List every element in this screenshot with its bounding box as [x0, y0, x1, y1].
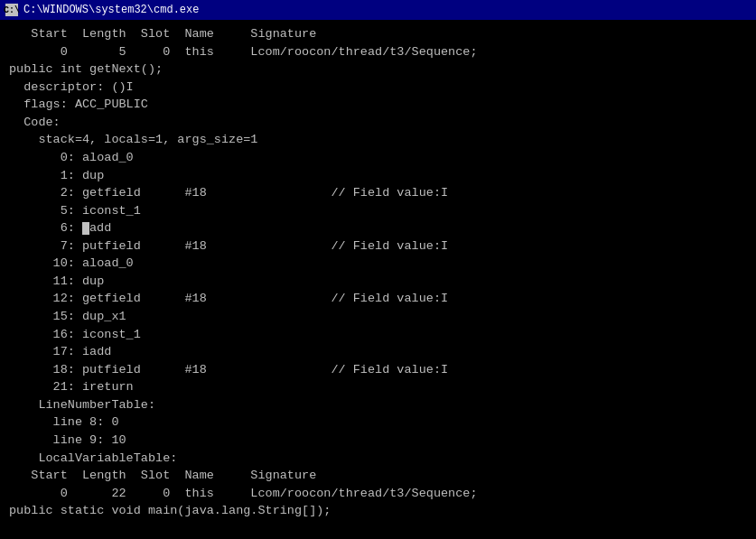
terminal-line: 15: dup_x1 — [9, 308, 747, 326]
terminal-line: flags: ACC_PUBLIC — [9, 96, 747, 114]
terminal-line: 17: iadd — [9, 343, 747, 361]
terminal-line: Start Length Slot Name Signature — [9, 25, 747, 43]
terminal-line: 0 5 0 this Lcom/roocon/thread/t3/Sequenc… — [9, 43, 747, 61]
terminal-line: stack=4, locals=1, args_size=1 — [9, 131, 747, 149]
terminal-line: 11: dup — [9, 273, 747, 291]
terminal-line: 10: aload_0 — [9, 255, 747, 273]
terminal-line: 0: aload_0 — [9, 149, 747, 167]
terminal-line: public static void main(java.lang.String… — [9, 502, 747, 520]
terminal-line: 5: iconst_1 — [9, 202, 747, 220]
title-bar-text: C:\WINDOWS\system32\cmd.exe — [23, 4, 199, 16]
terminal-line: line 9: 10 — [9, 432, 747, 450]
terminal-line: LineNumberTable: — [9, 396, 747, 414]
cmd-icon: C:\ — [5, 4, 18, 16]
cursor — [82, 222, 89, 235]
terminal-line: 12: getfield #18 // Field value:I — [9, 290, 747, 308]
terminal-line: LocalVariableTable: — [9, 450, 747, 468]
terminal-line: descriptor: ()I — [9, 79, 747, 97]
terminal-line: 1: dup — [9, 167, 747, 185]
terminal-line: 16: iconst_1 — [9, 326, 747, 344]
terminal-line: public int getNext(); — [9, 60, 747, 79]
terminal-line: 21: ireturn — [9, 378, 747, 396]
terminal-line: 2: getfield #18 // Field value:I — [9, 184, 747, 202]
terminal-line: Start Length Slot Name Signature — [9, 467, 747, 485]
terminal-line: 7: putfield #18 // Field value:I — [9, 237, 747, 256]
terminal-body: Start Length Slot Name Signature 0 5 0 t… — [0, 20, 756, 539]
terminal-line: line 8: 0 — [9, 414, 747, 432]
terminal-line: 18: putfield #18 // Field value:I — [9, 361, 747, 379]
terminal-line: 0 22 0 this Lcom/roocon/thread/t3/Sequen… — [9, 485, 747, 503]
terminal-line: Code: — [9, 114, 747, 132]
title-bar: C:\ C:\WINDOWS\system32\cmd.exe — [0, 0, 756, 20]
terminal-line: 6: add — [9, 219, 747, 237]
